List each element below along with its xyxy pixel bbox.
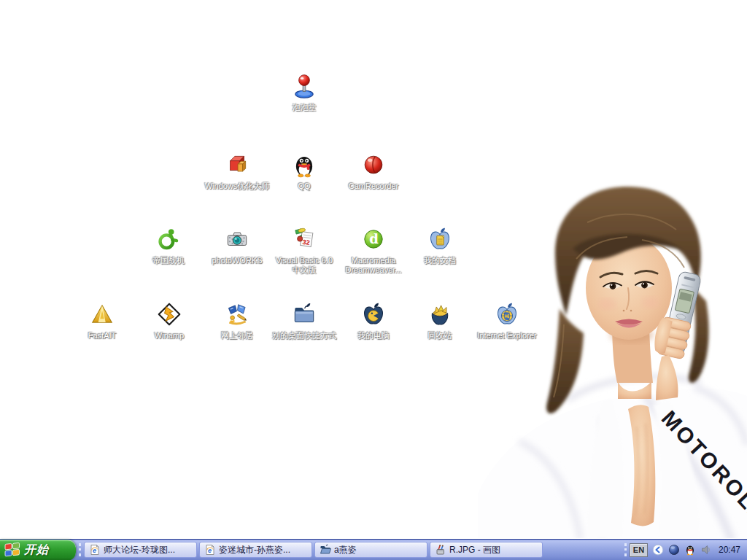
ie-page-icon: e xyxy=(204,544,216,556)
green-figure-icon xyxy=(155,226,182,252)
volume-tray-icon[interactable] xyxy=(700,544,712,556)
desktop-icon-camrecorder[interactable]: CamRecorder xyxy=(340,152,407,191)
desktop-icon-label: 我的文档 xyxy=(406,256,473,265)
apple-folder-icon xyxy=(291,301,317,327)
camera-icon xyxy=(224,226,250,252)
desktop-icon-photoworks[interactable]: photoWORKS xyxy=(204,226,271,265)
apple-recycle-icon xyxy=(427,301,453,327)
desktop-icon-label: CamRecorder xyxy=(340,182,407,191)
desktop-icon-label: Windows优化大师 xyxy=(204,182,271,191)
vb-calendar-icon: 32 xyxy=(291,226,317,252)
desktop-icon-qq[interactable]: QQ xyxy=(271,152,338,191)
paint-icon xyxy=(435,544,446,556)
system-tray: EN xyxy=(630,543,747,557)
desktop-icon-dreamweaver[interactable]: d Macromedia Dreamweaver... xyxy=(340,226,407,275)
tray-clock[interactable]: 20:47 xyxy=(719,545,740,555)
start-button[interactable]: 开始 xyxy=(0,540,76,560)
desktop-icon-label: 泡泡堂 xyxy=(271,103,338,112)
desktop-icon-empire-fighter[interactable]: 帝国战机 xyxy=(135,226,202,265)
folder-small-icon xyxy=(320,544,331,556)
desktop-icon-windows-optimizer[interactable]: Windows优化大师 xyxy=(204,152,271,191)
apple-globe-icon xyxy=(494,301,520,327)
taskbar: 开始 e 师大论坛-玲珑图... e 姿迷城市-孙燕姿... a燕姿 R.JPG… xyxy=(0,539,747,560)
desktop-icon-network-places[interactable]: 网上邻居 xyxy=(204,301,271,341)
task-zimi-city[interactable]: e 姿迷城市-孙燕姿... xyxy=(199,542,312,558)
wallpaper-photo: MOTOROLA xyxy=(478,179,747,538)
desktop-icon-label: Macromedia Dreamweaver... xyxy=(340,256,407,275)
apple-document-icon xyxy=(427,226,453,252)
desktop-icon-label: QQ xyxy=(271,182,338,191)
task-button-label: 师大论坛-玲珑图... xyxy=(104,544,175,556)
task-button-label: R.JPG - 画图 xyxy=(449,544,500,556)
desktop-icon-label: 我的电脑 xyxy=(340,331,407,341)
red-sphere-icon xyxy=(360,152,387,178)
quick-launch-grip[interactable] xyxy=(79,543,81,556)
desktop-icon-label: 别的桌面快捷方式 xyxy=(271,331,338,341)
dreamweaver-icon: d xyxy=(360,226,387,252)
windows-flag-icon xyxy=(4,542,20,557)
desktop[interactable]: MOTOROLA xyxy=(0,0,747,539)
desktop-icon-label: 回收站 xyxy=(406,331,473,341)
qq-tray-icon[interactable] xyxy=(684,544,696,556)
start-label: 开始 xyxy=(24,542,49,558)
apple-computer-icon xyxy=(360,301,387,327)
desktop-icon-other-shortcuts[interactable]: 别的桌面快捷方式 xyxy=(271,301,338,341)
task-button-strip: e 师大论坛-玲珑图... e 姿迷城市-孙燕姿... a燕姿 R.JPG - … xyxy=(84,542,543,558)
task-button-label: a燕姿 xyxy=(334,544,357,556)
task-ayanzi-folder[interactable]: a燕姿 xyxy=(314,542,427,558)
desktop-icon-visual-basic-6[interactable]: 32 Visual Basic 6.0 中文版 xyxy=(271,226,338,275)
svg-text:d: d xyxy=(369,231,379,246)
desktop-icon-label: Internet Explorer xyxy=(473,331,541,341)
svg-text:32: 32 xyxy=(302,238,310,246)
desktop-icon-recycle-bin[interactable]: 回收站 xyxy=(406,301,473,341)
task-shida-forum[interactable]: e 师大论坛-玲珑图... xyxy=(84,542,197,558)
desktop-icon-internet-explorer[interactable]: Internet Explorer xyxy=(473,301,541,341)
desktop-icon-label: Visual Basic 6.0 中文版 xyxy=(271,256,338,275)
gold-pyramid-icon xyxy=(89,301,115,327)
desktop-icon-label: 帝国战机 xyxy=(135,256,202,265)
winamp-bolt-icon xyxy=(156,301,182,327)
desktop-icon-winamp[interactable]: Winamp xyxy=(136,301,203,341)
collapse-chevron-icon[interactable] xyxy=(652,544,664,556)
language-indicator[interactable]: EN xyxy=(630,543,648,557)
network-icon xyxy=(224,301,250,327)
desktop-icon-label: 网上邻居 xyxy=(204,331,271,341)
joystick-icon xyxy=(291,73,317,99)
ie-page-icon: e xyxy=(89,544,101,556)
qq-penguin-icon xyxy=(291,152,317,178)
desktop-icon-fastait[interactable]: FastAIT xyxy=(69,301,136,341)
desktop-icon-label: FastAIT xyxy=(69,331,136,341)
desktop-icon-my-computer[interactable]: 我的电脑 xyxy=(340,301,407,341)
globe-tray-icon[interactable] xyxy=(668,544,680,556)
desktop-icon-label: photoWORKS xyxy=(204,256,271,265)
language-band-grip[interactable] xyxy=(624,543,627,556)
desktop-icon-my-documents[interactable]: 我的文档 xyxy=(406,226,473,265)
desktop-icon-bubble-game[interactable]: 泡泡堂 xyxy=(271,73,338,112)
red-cubes-icon xyxy=(224,152,250,178)
task-paint[interactable]: R.JPG - 画图 xyxy=(430,542,543,558)
task-button-label: 姿迷城市-孙燕姿... xyxy=(219,544,290,556)
desktop-icon-label: Winamp xyxy=(136,331,203,341)
